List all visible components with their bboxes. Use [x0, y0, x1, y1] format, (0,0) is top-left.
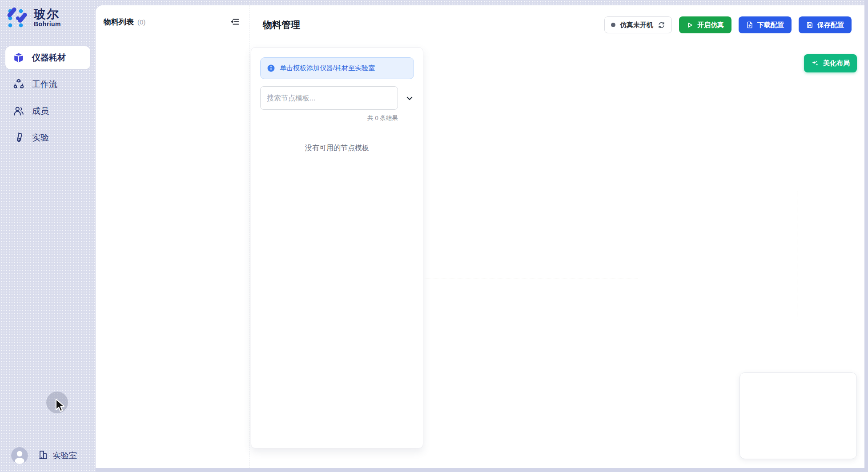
- refresh-icon: [658, 21, 665, 29]
- node-template-panel: 单击模板添加仪器/耗材至实验室 共 0 条结果 没有可用的节点模板: [251, 47, 423, 448]
- sidebar-footer: 实验室: [11, 447, 77, 464]
- alignment-guide-horizontal: [403, 279, 638, 279]
- file-download-icon: [746, 21, 753, 28]
- sidebar-item-label: 仪器耗材: [32, 52, 66, 64]
- cube-icon: [13, 52, 24, 64]
- sidebar-item-members[interactable]: 成员: [5, 100, 90, 123]
- experiment-icon: [13, 132, 24, 144]
- brand-logo: 玻尔 Bohrium: [0, 0, 96, 28]
- chevron-down-icon: [406, 94, 414, 102]
- content-area: 物料列表 (0) 物料管理: [96, 5, 864, 468]
- sidebar-item-instruments[interactable]: 仪器耗材: [5, 46, 90, 69]
- click-ripple: [46, 392, 68, 413]
- simulation-status-chip: 仿真未开机: [604, 16, 672, 33]
- sidebar-item-label: 成员: [32, 105, 49, 117]
- play-icon: [687, 22, 693, 28]
- start-simulation-button[interactable]: 开启仿真: [679, 16, 731, 33]
- save-config-button[interactable]: 保存配置: [799, 16, 852, 33]
- brand-name-en: Bohrium: [34, 20, 61, 28]
- brand-text: 玻尔 Bohrium: [34, 8, 61, 28]
- header-controls: 仿真未开机: [604, 16, 852, 33]
- material-list-title: 物料列表: [104, 17, 134, 27]
- sidebar-item-experiment[interactable]: 实验: [5, 126, 90, 149]
- alignment-guide-vertical: [797, 191, 797, 320]
- start-simulation-label: 开启仿真: [697, 21, 724, 29]
- material-list-header: 物料列表 (0): [96, 5, 249, 28]
- vertical-scrollbar[interactable]: [864, 0, 868, 472]
- minimap-panel[interactable]: [739, 372, 857, 459]
- beautify-layout-label: 美化布局: [823, 59, 850, 68]
- simulation-status-text: 仿真未开机: [620, 21, 653, 29]
- canvas-area[interactable]: 物料管理 仿真未开机: [250, 5, 864, 468]
- search-input[interactable]: [260, 86, 398, 110]
- brand-name-zh: 玻尔: [34, 8, 61, 20]
- template-hint-banner: 单击模板添加仪器/耗材至实验室: [260, 57, 414, 79]
- expand-templates-button[interactable]: [406, 94, 414, 102]
- material-list-panel: 物料列表 (0): [96, 5, 249, 468]
- sidebar-item-label: 工作流: [32, 79, 57, 90]
- material-list-count: (0): [137, 18, 145, 26]
- page-title: 物料管理: [263, 19, 300, 31]
- refresh-status-button[interactable]: [658, 21, 665, 29]
- info-icon: [267, 64, 275, 72]
- horizontal-scrollbar[interactable]: [96, 468, 868, 472]
- save-icon: [806, 21, 813, 28]
- building-icon: [38, 449, 48, 462]
- lab-label: 实验室: [53, 450, 77, 461]
- app-root: 玻尔 Bohrium 仪器耗材: [0, 0, 868, 472]
- save-config-label: 保存配置: [817, 21, 844, 29]
- outdent-icon: [230, 17, 240, 27]
- sparkles-icon: [811, 60, 819, 68]
- download-config-button[interactable]: 下载配置: [739, 16, 792, 33]
- download-config-label: 下载配置: [757, 21, 784, 29]
- page-header: 物料管理 仿真未开机: [250, 5, 864, 44]
- bohrium-logo-icon: [7, 7, 28, 28]
- sidebar-nav: 仪器耗材 工作流: [0, 46, 96, 149]
- avatar[interactable]: [11, 447, 28, 464]
- empty-templates-text: 没有可用的节点模板: [251, 144, 423, 153]
- template-hint-text: 单击模板添加仪器/耗材至实验室: [280, 64, 375, 72]
- sidebar-item-label: 实验: [32, 132, 49, 144]
- status-dot-icon: [611, 23, 615, 27]
- template-search-row: [260, 86, 414, 110]
- lab-link[interactable]: 实验室: [38, 449, 77, 462]
- sidebar-item-workflow[interactable]: 工作流: [5, 73, 90, 96]
- workflow-icon: [13, 79, 24, 90]
- beautify-layout-button[interactable]: 美化布局: [804, 54, 857, 72]
- collapse-panel-button[interactable]: [229, 16, 241, 28]
- members-icon: [13, 105, 24, 117]
- search-result-count: 共 0 条结果: [260, 114, 398, 122]
